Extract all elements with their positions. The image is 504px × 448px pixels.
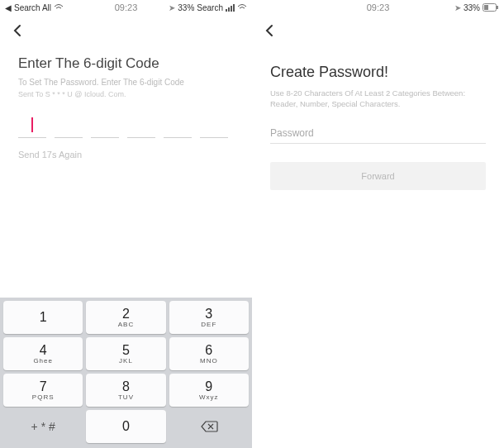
key-1[interactable]: 1 [3,301,83,334]
password-input[interactable]: Password [270,125,486,144]
key-5[interactable]: 5JKL [86,337,165,370]
password-placeholder: Password [270,127,314,139]
key-3[interactable]: 3DEF [169,301,249,334]
wifi-icon [54,4,64,12]
key-4[interactable]: 4Ghee [3,337,83,370]
key-0[interactable]: 0 [86,410,165,443]
code-digit-2[interactable] [55,113,83,138]
code-digit-3[interactable] [91,113,119,138]
screen-create-password: 09:23 ➤ 33% Create Password! Use 8-20 Ch… [252,0,504,448]
page-title: Create Password! [270,64,486,81]
signal-icon [226,4,235,12]
key-8[interactable]: 8TUV [86,374,165,407]
code-digit-1[interactable] [18,113,46,138]
key-backspace[interactable] [169,410,249,443]
code-digit-4[interactable] [127,113,155,138]
back-button[interactable] [10,23,25,38]
key-6[interactable]: 6MNO [169,337,249,370]
nav-bar [0,15,252,45]
location-icon: ➤ [454,3,461,12]
status-right: ➤ 33% Search [169,3,247,12]
back-app-arrow-icon: ◀ [5,3,12,12]
screen-enter-code: ◀ Search All 09:23 ➤ 33% Search Enter Th… [0,0,252,448]
backspace-icon [200,420,218,433]
status-time: 09:23 [367,2,390,12]
page-subtitle: To Set The Password. Enter The 6-digit C… [18,77,234,88]
battery-pct: 33% [464,3,480,12]
wifi-icon [237,4,247,12]
code-digit-5[interactable] [164,113,192,138]
key-9[interactable]: 9Wxyz [169,374,249,407]
content: Enter The 6-digit Code To Set The Passwo… [0,45,252,160]
page-description: Use 8-20 Characters Of At Least 2 Catego… [270,88,486,110]
battery-pct: 33% [178,3,194,12]
status-bar: 09:23 ➤ 33% [252,0,504,15]
svg-rect-2 [497,6,498,9]
content: Create Password! Use 8-20 Characters Of … [252,45,504,190]
svg-rect-1 [484,5,488,10]
location-icon: ➤ [169,3,175,12]
nav-bar [252,15,504,45]
page-subtitle-2: Sent To S * * * U @ Icloud. Com. [18,90,234,98]
battery-suffix: Search [197,3,223,12]
status-left: ◀ Search All [5,3,64,12]
forward-button[interactable]: Forward [270,162,486,190]
battery-icon [483,3,499,12]
key-2[interactable]: 2ABC [86,301,165,334]
code-input-row[interactable] [18,113,234,138]
resend-link[interactable]: Send 17s Again [18,150,234,160]
page-title: Enter The 6-digit Code [18,55,234,72]
status-right: ➤ 33% [454,3,499,12]
status-bar: ◀ Search All 09:23 ➤ 33% Search [0,0,252,15]
text-cursor [31,117,33,132]
key-7[interactable]: 7PQRS [3,374,83,407]
status-time: 09:23 [115,2,138,12]
code-digit-6[interactable] [200,113,228,138]
back-button[interactable] [262,23,277,38]
back-app-label: Search All [14,3,51,12]
numeric-keypad: 1 2ABC 3DEF 4Ghee 5JKL 6MNO 7PQRS 8TUV 9… [0,298,252,448]
key-symbols[interactable]: + * # [3,410,83,443]
